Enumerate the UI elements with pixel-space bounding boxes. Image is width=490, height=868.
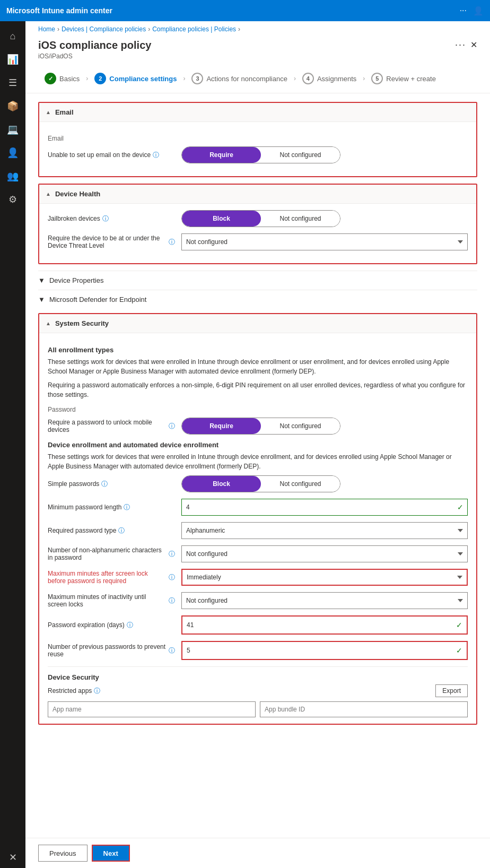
step-num-5: 5	[371, 73, 383, 84]
min-password-info-icon[interactable]: ⓘ	[124, 503, 130, 512]
simple-passwords-toggle: Block Not configured	[181, 475, 340, 492]
nonalpha-chars-label: Number of non-alphanumeric characters in…	[48, 546, 175, 561]
step-basics[interactable]: ✓ Basics	[38, 71, 86, 86]
more-icon[interactable]: ···	[460, 6, 467, 15]
password-type-info-icon[interactable]: ⓘ	[118, 526, 125, 535]
prev-passwords-input[interactable]	[182, 642, 467, 659]
step-compliance[interactable]: 2 Compliance settings	[88, 71, 183, 86]
breadcrumb-home[interactable]: Home	[38, 25, 55, 33]
sidebar-item-close[interactable]: ✕	[2, 847, 23, 868]
system-security-chevron-icon: ▲	[46, 320, 51, 326]
simple-passwords-notconfigured-btn[interactable]: Not configured	[261, 476, 340, 492]
require-password-toggle: Require Not configured	[181, 418, 340, 435]
password-type-select[interactable]: Not configured Alphanumeric Numeric	[181, 522, 468, 539]
sidebar-item-settings[interactable]: ⚙	[2, 189, 23, 210]
simple-passwords-block-btn[interactable]: Block	[182, 476, 261, 492]
jailbroken-notconfigured-btn[interactable]: Not configured	[261, 211, 340, 227]
prev-passwords-info-icon[interactable]: ⓘ	[169, 646, 175, 655]
sidebar-item-groups[interactable]: 👥	[2, 166, 23, 187]
step-assignments[interactable]: 4 Assignments	[296, 71, 363, 86]
export-button[interactable]: Export	[435, 684, 468, 697]
screen-lock-select[interactable]: Not configured Immediately 1 minute 5 mi…	[181, 569, 468, 586]
prev-passwords-input-area: ✓	[181, 641, 468, 660]
step-noncompliance[interactable]: 3 Actions for noncompliance	[185, 71, 293, 86]
password-expiration-input-area: ✓	[181, 615, 468, 635]
step-label-basics: Basics	[59, 75, 80, 83]
simple-passwords-info-icon[interactable]: ⓘ	[101, 480, 108, 489]
app-layout: ⌂ 📊 ☰ 📦 💻 👤 👥 ⚙ ✕ Home › Devices | Compl…	[0, 21, 490, 868]
device-health-header[interactable]: ▲ Device Health	[39, 185, 476, 204]
inactivity-info-icon[interactable]: ⓘ	[169, 596, 175, 605]
password-exp-input-wrapper: ✓	[181, 615, 468, 635]
sidebar-item-devices[interactable]: 💻	[2, 119, 23, 140]
email-require-btn[interactable]: Require	[182, 147, 261, 163]
restricted-apps-info-icon[interactable]: ⓘ	[94, 687, 100, 696]
app-bundle-id-input[interactable]	[260, 701, 468, 717]
sidebar-item-dashboard[interactable]: 📊	[2, 49, 23, 70]
prev-passwords-label: Number of previous passwords to prevent …	[48, 643, 175, 658]
device-properties-section[interactable]: ▼ Device Properties	[38, 271, 477, 290]
system-security-section: ▲ System Security All enrollment types T…	[38, 313, 477, 725]
email-info-icon[interactable]: ⓘ	[153, 151, 159, 160]
nonalpha-select[interactable]: Not configured 1 2 3 4	[181, 545, 468, 562]
previous-button[interactable]: Previous	[38, 845, 88, 862]
next-button[interactable]: Next	[92, 845, 130, 862]
step-label-compliance: Compliance settings	[109, 75, 177, 83]
password-type-select-area: Not configured Alphanumeric Numeric	[181, 522, 468, 539]
bottom-nav: Previous Next	[25, 838, 490, 868]
device-security-divider	[48, 666, 468, 667]
device-health-chevron-icon: ▲	[46, 191, 51, 197]
password-exp-check-icon: ✓	[456, 621, 462, 629]
system-security-body: All enrollment types These settings work…	[39, 333, 476, 724]
min-password-length-row: Minimum password length ⓘ ✓	[48, 499, 468, 516]
threat-level-row: Require the device to be at or under the…	[48, 233, 468, 250]
avatar-icon[interactable]: 👤	[473, 6, 484, 16]
require-password-info-icon[interactable]: ⓘ	[169, 422, 175, 431]
require-password-require-btn[interactable]: Require	[182, 418, 261, 434]
nonalpha-info-icon[interactable]: ⓘ	[169, 550, 175, 559]
jailbroken-block-btn[interactable]: Block	[182, 211, 261, 227]
screen-lock-select-area: Not configured Immediately 1 minute 5 mi…	[181, 569, 468, 586]
inactivity-select[interactable]: Not configured 1 minute 2 minutes 3 minu…	[181, 592, 468, 609]
all-enrollment-desc2: Requiring a password automatically enfor…	[48, 380, 468, 400]
sidebar-item-apps[interactable]: 📦	[2, 96, 23, 117]
sidebar-item-home[interactable]: ⌂	[2, 25, 23, 47]
password-expiration-input[interactable]	[182, 617, 467, 633]
screen-lock-info-icon[interactable]: ⓘ	[169, 573, 175, 582]
min-password-length-label: Minimum password length ⓘ	[48, 503, 175, 512]
sidebar-item-users[interactable]: 👤	[2, 142, 23, 163]
top-bar-icons: ··· 👤	[460, 6, 484, 16]
inactivity-minutes-row: Maximum minutes of inactivity until scre…	[48, 592, 468, 609]
app-name-input[interactable]	[48, 701, 256, 717]
defender-section[interactable]: ▼ Microsoft Defender for Endpoint	[38, 290, 477, 309]
restricted-apps-label: Restricted apps ⓘ	[48, 687, 175, 696]
threat-level-select[interactable]: Not configured Secured Low Medium High	[181, 233, 468, 250]
threat-level-info-icon[interactable]: ⓘ	[169, 238, 175, 247]
sidebar: ⌂ 📊 ☰ 📦 💻 👤 👥 ⚙ ✕	[0, 21, 25, 868]
system-security-header[interactable]: ▲ System Security	[39, 314, 476, 333]
prev-passwords-check-icon: ✓	[456, 646, 462, 655]
require-password-notconfigured-btn[interactable]: Not configured	[261, 418, 340, 434]
require-password-row: Require a password to unlock mobile devi…	[48, 418, 468, 435]
device-health-label: Device Health	[55, 190, 100, 198]
email-section-header[interactable]: ▲ Email	[39, 103, 476, 122]
device-properties-label: Device Properties	[49, 276, 104, 284]
page-more-button[interactable]: ···	[455, 39, 466, 50]
app-inputs	[48, 701, 468, 717]
email-notconfigured-btn[interactable]: Not configured	[261, 147, 340, 163]
sidebar-item-menu[interactable]: ☰	[2, 72, 23, 93]
step-review[interactable]: 5 Review + create	[365, 71, 442, 86]
page-close-button[interactable]: ✕	[470, 40, 477, 50]
breadcrumb-policies[interactable]: Compliance policies | Policies	[152, 25, 236, 33]
device-security-header: Device Security	[48, 673, 468, 681]
threat-level-label: Require the device to be at or under the…	[48, 235, 175, 249]
breadcrumb-compliance-policies[interactable]: Devices | Compliance policies	[62, 25, 146, 33]
jailbroken-info-icon[interactable]: ⓘ	[102, 214, 109, 223]
min-password-input[interactable]	[181, 499, 468, 516]
simple-passwords-label: Simple passwords ⓘ	[48, 480, 175, 489]
email-section-label: Email	[55, 108, 74, 116]
email-field-label: Unable to set up email on the device ⓘ	[48, 151, 175, 160]
page-header: iOS compliance policy iOS/iPadOS ··· ✕	[25, 37, 490, 64]
password-exp-info-icon[interactable]: ⓘ	[127, 621, 133, 630]
page-header-actions: ··· ✕	[455, 39, 477, 50]
